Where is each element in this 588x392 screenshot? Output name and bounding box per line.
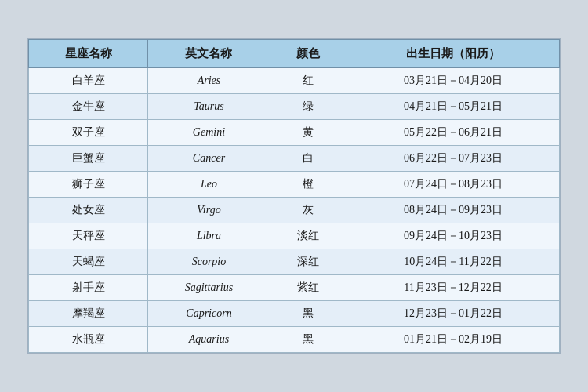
cell-chinese-name: 白羊座 [29, 68, 148, 94]
cell-english-name: Aquarius [148, 327, 270, 353]
table-row: 白羊座Aries红03月21日－04月20日 [29, 68, 560, 94]
cell-dates: 08月24日－09月23日 [347, 198, 560, 223]
cell-color: 黑 [270, 301, 347, 327]
table-row: 处女座Virgo灰08月24日－09月23日 [29, 198, 560, 223]
header-color: 颜色 [270, 40, 347, 68]
cell-chinese-name: 天秤座 [29, 223, 148, 249]
cell-dates: 09月24日－10月23日 [347, 223, 560, 249]
cell-dates: 04月21日－05月21日 [347, 94, 560, 120]
header-dates: 出生日期（阳历） [347, 40, 560, 68]
cell-english-name: Scorpio [148, 249, 270, 275]
table-body: 白羊座Aries红03月21日－04月20日金牛座Taurus绿04月21日－0… [29, 68, 560, 353]
cell-color: 红 [270, 68, 347, 94]
cell-english-name: Cancer [148, 146, 270, 172]
cell-color: 深红 [270, 249, 347, 275]
cell-chinese-name: 水瓶座 [29, 327, 148, 353]
table-row: 摩羯座Capricorn黑12月23日－01月22日 [29, 301, 560, 327]
cell-chinese-name: 射手座 [29, 275, 148, 301]
cell-color: 淡红 [270, 223, 347, 249]
table-row: 天蝎座Scorpio深红10月24日－11月22日 [29, 249, 560, 275]
cell-english-name: Virgo [148, 198, 270, 223]
cell-english-name: Aries [148, 68, 270, 94]
cell-dates: 01月21日－02月19日 [347, 327, 560, 353]
table-row: 金牛座Taurus绿04月21日－05月21日 [29, 94, 560, 120]
cell-dates: 07月24日－08月23日 [347, 172, 560, 198]
cell-dates: 10月24日－11月22日 [347, 249, 560, 275]
cell-chinese-name: 狮子座 [29, 172, 148, 198]
cell-english-name: Gemini [148, 120, 270, 146]
table-row: 狮子座Leo橙07月24日－08月23日 [29, 172, 560, 198]
cell-color: 紫红 [270, 275, 347, 301]
header-chinese-name: 星座名称 [29, 40, 148, 68]
cell-dates: 06月22日－07月23日 [347, 146, 560, 172]
cell-english-name: Leo [148, 172, 270, 198]
cell-chinese-name: 摩羯座 [29, 301, 148, 327]
zodiac-table-container: 星座名称 英文名称 颜色 出生日期（阳历） 白羊座Aries红03月21日－04… [27, 38, 561, 354]
cell-color: 橙 [270, 172, 347, 198]
cell-english-name: Taurus [148, 94, 270, 120]
zodiac-table: 星座名称 英文名称 颜色 出生日期（阳历） 白羊座Aries红03月21日－04… [28, 39, 560, 353]
cell-chinese-name: 天蝎座 [29, 249, 148, 275]
cell-english-name: Libra [148, 223, 270, 249]
cell-color: 黑 [270, 327, 347, 353]
table-header-row: 星座名称 英文名称 颜色 出生日期（阳历） [29, 40, 560, 68]
cell-dates: 11月23日－12月22日 [347, 275, 560, 301]
table-row: 射手座Sagittarius紫红11月23日－12月22日 [29, 275, 560, 301]
cell-english-name: Capricorn [148, 301, 270, 327]
table-row: 水瓶座Aquarius黑01月21日－02月19日 [29, 327, 560, 353]
cell-chinese-name: 金牛座 [29, 94, 148, 120]
cell-color: 白 [270, 146, 347, 172]
cell-color: 黄 [270, 120, 347, 146]
cell-dates: 12月23日－01月22日 [347, 301, 560, 327]
cell-dates: 05月22日－06月21日 [347, 120, 560, 146]
cell-english-name: Sagittarius [148, 275, 270, 301]
header-english-name: 英文名称 [148, 40, 270, 68]
cell-chinese-name: 双子座 [29, 120, 148, 146]
table-row: 天秤座Libra淡红09月24日－10月23日 [29, 223, 560, 249]
cell-dates: 03月21日－04月20日 [347, 68, 560, 94]
cell-color: 灰 [270, 198, 347, 223]
table-row: 双子座Gemini黄05月22日－06月21日 [29, 120, 560, 146]
cell-chinese-name: 巨蟹座 [29, 146, 148, 172]
cell-chinese-name: 处女座 [29, 198, 148, 223]
cell-color: 绿 [270, 94, 347, 120]
table-row: 巨蟹座Cancer白06月22日－07月23日 [29, 146, 560, 172]
